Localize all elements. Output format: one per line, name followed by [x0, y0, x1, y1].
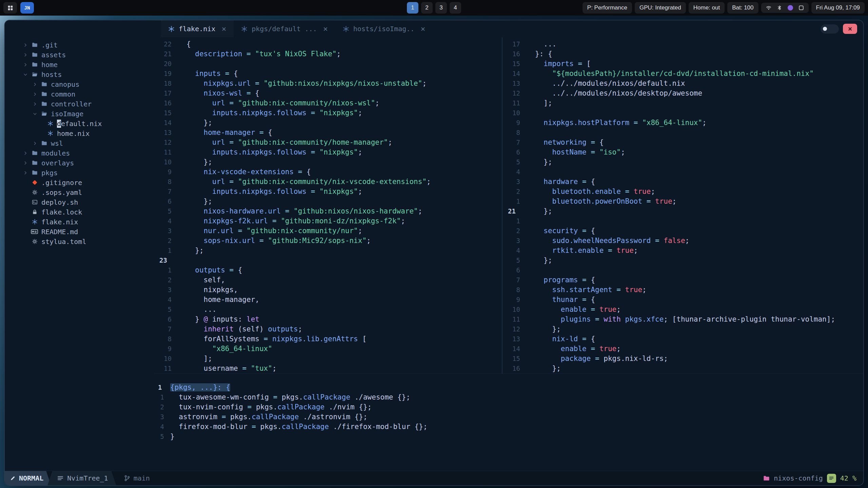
code-line[interactable]: 2 bluetooth.enable = true; [502, 186, 863, 196]
editor-tab[interactable]: flake.nix× [161, 20, 234, 37]
code-line[interactable]: 1 tux-awesome-wm-config = pkgs.callPacka… [154, 392, 863, 402]
tree-item-overlays[interactable]: overlays [5, 158, 154, 168]
tree-item-stylua-toml[interactable]: stylua.toml [5, 237, 154, 246]
window-close-button[interactable]: × [843, 24, 857, 34]
launcher-button[interactable] [3, 2, 17, 14]
media-icon[interactable] [788, 5, 793, 11]
tree-item-default-nix[interactable]: default.nix [5, 119, 154, 128]
code-line[interactable]: 1 }; [154, 245, 502, 255]
code-line[interactable]: 15 inputs.nixpkgs.follows = "nixpkgs"; [154, 108, 502, 118]
code-line[interactable]: 14 "${modulesPath}/installer/cd-dvd/inst… [502, 68, 863, 78]
tab-close-icon[interactable]: × [420, 24, 425, 33]
tree-item-common[interactable]: common [5, 89, 154, 99]
code-line[interactable]: 11 ]; [502, 98, 863, 108]
code-line[interactable]: 6 hostName = "iso"; [502, 147, 863, 157]
code-line[interactable]: 11 inputs.nixpkgs.follows = "nixpkgs"; [154, 147, 502, 157]
code-line[interactable]: 13 nix-ld = { [502, 334, 863, 344]
code-line[interactable]: 1 outputs = { [154, 265, 502, 275]
code-line[interactable]: 4 home-manager, [154, 294, 502, 304]
tree-item--gitignore[interactable]: .gitignore [5, 178, 154, 187]
code-line[interactable]: 1{pkgs, ...}: { [154, 382, 863, 392]
code-line[interactable]: 5 nixos-hardware.url = "github:nixos/nix… [154, 206, 502, 216]
code-line[interactable]: 5 }; [502, 157, 863, 167]
code-line[interactable]: 7 programs = { [502, 275, 863, 285]
code-line[interactable]: 14 }; [154, 118, 502, 127]
code-line[interactable]: 11 plugins = with pkgs.xfce; [thunar-arc… [502, 314, 863, 324]
code-line[interactable]: 22{ [154, 39, 502, 49]
tree-item-assets[interactable]: assets [5, 50, 154, 60]
workspace-button-2[interactable]: 2 [421, 2, 433, 14]
code-line[interactable]: 12 }; [502, 324, 863, 334]
window-icon[interactable] [798, 5, 804, 11]
code-line[interactable]: 16 url = "github:nix-community/nixos-wsl… [154, 98, 502, 108]
editor-tab[interactable]: pkgs/default ...× [234, 20, 335, 37]
code-line[interactable]: 17 nixos-wsl = { [154, 88, 502, 98]
tree-item-deploy-sh[interactable]: deploy.sh [5, 197, 154, 207]
code-line[interactable]: 5} [154, 431, 863, 441]
code-line[interactable]: 9 thunar = { [502, 294, 863, 304]
code-line[interactable]: 19 inputs = { [154, 68, 502, 78]
code-line[interactable]: 6 [502, 265, 863, 275]
code-line[interactable]: 3 nixpkgs, [154, 285, 502, 294]
code-line[interactable]: 7 inputs.nixpkgs.follows = "nixpkgs"; [154, 186, 502, 196]
tab-close-icon[interactable]: × [221, 24, 226, 33]
code-line[interactable]: 17 ... [502, 39, 863, 49]
code-line[interactable]: 13 home-manager = { [154, 127, 502, 137]
app-logo-icon[interactable]: JN [20, 2, 34, 14]
code-line[interactable]: 4 nixpkgs-f2k.url = "github:moni-dz/nixp… [154, 216, 502, 226]
tree-item-modules[interactable]: modules [5, 148, 154, 158]
code-line[interactable]: 7 inherit (self) outputs; [154, 324, 502, 334]
workspace-button-4[interactable]: 4 [450, 2, 461, 14]
code-line[interactable]: 9 nix-vscode-extensions = { [154, 167, 502, 177]
code-line[interactable]: 7 networking = { [502, 137, 863, 147]
code-line[interactable]: 20 [154, 59, 502, 68]
code-line[interactable]: 16}: { [502, 49, 863, 59]
tree-item-canopus[interactable]: canopus [5, 79, 154, 89]
code-line[interactable]: 15 package = pkgs.nix-ld-rs; [502, 353, 863, 363]
code-line[interactable]: 6 } @ inputs: let [154, 314, 502, 324]
code-line[interactable]: 12 url = "github:nix-community/home-mana… [154, 137, 502, 147]
tree-item-controller[interactable]: controller [5, 99, 154, 109]
code-line[interactable]: 12 ../../modules/nixos/desktop/awesome [502, 88, 863, 98]
tree-item--sops-yaml[interactable]: .sops.yaml [5, 187, 154, 197]
code-line[interactable]: 8 [502, 127, 863, 137]
code-line[interactable]: 2 tux-nvim-config = pkgs.callPackage ./n… [154, 402, 863, 412]
code-line[interactable]: 8 url = "github:nix-community/nix-vscode… [154, 177, 502, 186]
code-line[interactable]: 5 ... [154, 304, 502, 314]
tab-close-icon[interactable]: × [323, 24, 328, 33]
code-line[interactable]: 1 bluetooth.powerOnBoot = true; [502, 196, 863, 206]
tree-item-home-nix[interactable]: home.nix [5, 128, 154, 138]
code-line[interactable]: 3 astronvim = pkgs.callPackage ./astronv… [154, 412, 863, 422]
code-line[interactable]: 3 sudo.wheelNeedsPassword = false; [502, 236, 863, 245]
window-pin-toggle[interactable] [821, 24, 839, 34]
code-line[interactable]: 13 ../../modules/nixos/default.nix [502, 78, 863, 88]
bluetooth-icon[interactable] [777, 5, 782, 11]
code-line[interactable]: 11 username = "tux"; [154, 363, 502, 373]
code-line[interactable]: 10 enable = true; [502, 304, 863, 314]
code-line[interactable]: 23 [154, 255, 502, 265]
tree-item-flake-nix[interactable]: flake.nix [5, 217, 154, 227]
code-line[interactable]: 10 [502, 108, 863, 118]
code-line[interactable]: 15 imports = [ [502, 59, 863, 68]
tree-item-hosts[interactable]: hosts [5, 69, 154, 79]
tree-item--git[interactable]: .git [5, 40, 154, 50]
tree-item-flake-lock[interactable]: flake.lock [5, 207, 154, 217]
code-line[interactable]: 18 nixpkgs.url = "github:nixos/nixpkgs/n… [154, 78, 502, 88]
code-line[interactable]: 3 nur.url = "github:nix-community/nur"; [154, 226, 502, 236]
code-line[interactable]: 4 firefox-mod-blur = pkgs.callPackage ./… [154, 422, 863, 431]
code-line[interactable]: 21 }; [502, 206, 863, 216]
code-line[interactable]: 1 [502, 216, 863, 226]
code-line[interactable]: 21 description = "tux's NixOS Flake"; [154, 49, 502, 59]
code-line[interactable]: 2 sops-nix.url = "github:Mic92/sops-nix"… [154, 236, 502, 245]
code-line[interactable]: 3 hardware = { [502, 177, 863, 186]
code-line[interactable]: 8 ssh.startAgent = true; [502, 285, 863, 294]
code-line[interactable]: 4 [502, 167, 863, 177]
code-line[interactable]: 6 }; [154, 196, 502, 206]
code-line[interactable]: 8 forAllSystems = nixpkgs.lib.genAttrs [ [154, 334, 502, 344]
code-line[interactable]: 14 enable = true; [502, 344, 863, 353]
tree-item-readme-md[interactable]: README.md [5, 227, 154, 237]
code-line[interactable]: 10 ]; [154, 353, 502, 363]
code-line[interactable]: 4 rtkit.enable = true; [502, 245, 863, 255]
code-line[interactable]: 9 "x86_64-linux" [154, 344, 502, 353]
code-line[interactable]: 9 nixpkgs.hostPlatform = "x86_64-linux"; [502, 118, 863, 127]
